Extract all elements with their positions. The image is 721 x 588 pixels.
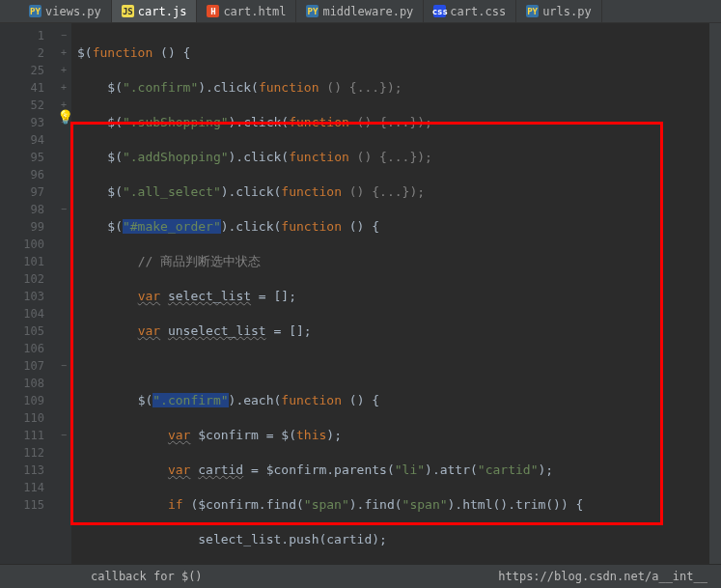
intention-bulb-icon[interactable]: 💡 [57, 109, 73, 125]
line-number: 2 [0, 44, 44, 62]
line-number: 106 [0, 340, 44, 357]
code-line: $(".subShopping").click(function () {...… [77, 114, 721, 131]
line-number: 41 [0, 79, 44, 97]
line-number: 98 [0, 201, 44, 218]
fold-marker[interactable]: − [56, 27, 71, 44]
code-line: $(".confirm").click(function () {...}); [77, 79, 721, 97]
editor-tabs: PYviews.py JScart.js Hcart.html PYmiddle… [0, 0, 721, 23]
scrollbar[interactable] [709, 23, 721, 564]
code-line: select_list.push(cartid); [77, 531, 721, 548]
tab-middleware-py[interactable]: PYmiddleware.py [296, 0, 424, 22]
code-line: var select_list = []; [77, 288, 721, 305]
fold-column: − + + + + − − − − [56, 23, 71, 564]
fold-marker[interactable]: − [56, 201, 71, 218]
line-number: 95 [0, 149, 44, 166]
code-line: $(".addShopping").click(function () {...… [77, 149, 721, 166]
line-gutter: 1 2 25 41 52 93 94 95 96 97 98 99 100 10… [0, 23, 56, 564]
line-number: 25 [0, 62, 44, 79]
code-line: var cartid = $confirm.parents("li").attr… [77, 462, 721, 479]
line-number: 1 [0, 27, 44, 44]
html-icon: H [207, 5, 219, 17]
code-line: if ($confirm.find("span").find("span").h… [77, 496, 721, 514]
line-number: 108 [0, 375, 44, 392]
line-number: 102 [0, 270, 44, 288]
tab-cart-css[interactable]: csscart.css [424, 0, 516, 22]
line-number: 104 [0, 305, 44, 322]
code-line: // 商品判断选中状态 [77, 253, 721, 270]
python-icon: PY [306, 5, 319, 17]
code-line: $(".all_select").click(function () {...}… [77, 183, 721, 201]
fold-marker[interactable]: + [56, 62, 71, 79]
line-number: 96 [0, 166, 44, 183]
fold-marker[interactable]: − [56, 357, 71, 375]
line-number: 107 [0, 357, 44, 375]
tab-cart-html[interactable]: Hcart.html [197, 0, 296, 22]
line-number: 99 [0, 218, 44, 236]
tab-urls-py[interactable]: PYurls.py [516, 0, 602, 22]
code-line: $(function () { [77, 44, 721, 62]
line-number: 100 [0, 236, 44, 253]
line-number: 105 [0, 322, 44, 340]
fold-marker[interactable]: + [56, 44, 71, 62]
line-number: 97 [0, 183, 44, 201]
line-number: 111 [0, 427, 44, 444]
editor[interactable]: 1 2 25 41 52 93 94 95 96 97 98 99 100 10… [0, 23, 721, 564]
line-number: 115 [0, 496, 44, 514]
code-line: var unselect_list = []; [77, 322, 721, 340]
line-number: 52 [0, 97, 44, 114]
status-bar: callback for $() https://blog.csdn.net/a… [0, 565, 721, 588]
line-number: 103 [0, 288, 44, 305]
fold-marker[interactable]: − [56, 427, 71, 444]
status-hint: callback for $() [14, 570, 203, 583]
python-icon: PY [526, 5, 539, 17]
code-line: $(".confirm").each(function () { [77, 392, 721, 409]
line-number [0, 514, 44, 531]
javascript-icon: JS [122, 5, 134, 17]
line-number: 114 [0, 479, 44, 496]
line-number: 112 [0, 444, 44, 462]
line-number: 113 [0, 462, 44, 479]
css-icon: css [433, 5, 446, 17]
code-line [77, 357, 721, 375]
code-area[interactable]: $(function () { $(".confirm").click(func… [71, 23, 721, 564]
fold-marker[interactable]: + [56, 79, 71, 97]
python-icon: PY [29, 5, 42, 17]
code-line: var $confirm = $(this); [77, 427, 721, 444]
code-line: $("#make_order").click(function () { [77, 218, 721, 236]
line-number: 93 [0, 114, 44, 131]
tab-cart-js[interactable]: JScart.js [112, 0, 198, 22]
tab-views-py[interactable]: PYviews.py [19, 0, 112, 22]
line-number: 101 [0, 253, 44, 270]
line-number: 94 [0, 131, 44, 149]
line-number: 110 [0, 409, 44, 427]
watermark-url: https://blog.csdn.net/a__int__ [498, 570, 707, 583]
line-number: 109 [0, 392, 44, 409]
